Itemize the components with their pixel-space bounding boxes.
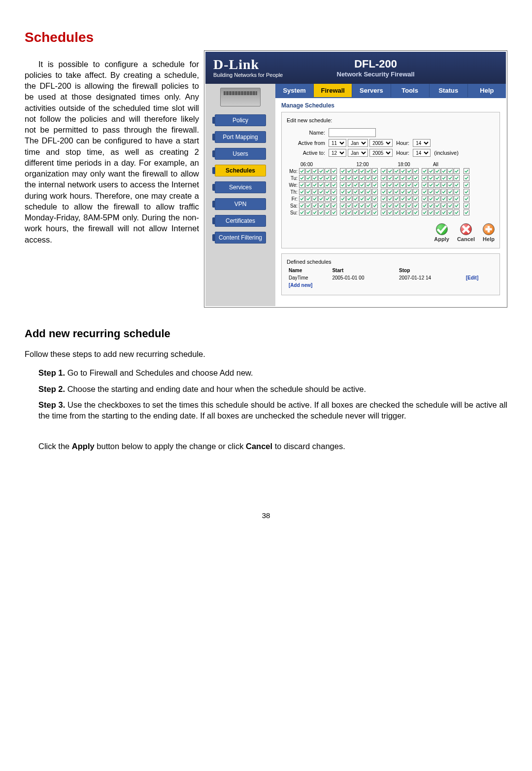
from-hour-select[interactable]: 14 [413,139,431,147]
hour-checkbox[interactable] [359,175,365,181]
hour-checkbox[interactable] [346,210,352,215]
sidebar-item-certificates[interactable]: Certificates [215,215,266,227]
hour-checkbox[interactable] [394,182,399,188]
hour-checkbox[interactable] [312,168,318,174]
hour-checkbox[interactable] [381,203,387,209]
edit-link[interactable]: [Edit] [466,275,479,280]
hour-checkbox[interactable] [325,210,331,215]
hour-checkbox[interactable] [353,182,359,188]
hour-checkbox[interactable] [353,210,359,215]
hour-checkbox[interactable] [387,210,393,215]
hour-checkbox[interactable] [346,168,352,174]
hour-checkbox[interactable] [366,189,371,195]
hour-checkbox[interactable] [318,189,324,195]
hour-checkbox[interactable] [346,189,352,195]
all-day-checkbox[interactable] [464,175,469,181]
hour-checkbox[interactable] [372,203,378,209]
hour-checkbox[interactable] [413,196,419,202]
hour-checkbox[interactable] [346,182,352,188]
hour-checkbox[interactable] [312,203,318,209]
hour-checkbox[interactable] [434,168,440,174]
hour-checkbox[interactable] [406,210,412,215]
hour-checkbox[interactable] [428,168,434,174]
all-day-checkbox[interactable] [464,168,469,174]
hour-checkbox[interactable] [340,196,346,202]
from-month-select[interactable]: Jan [348,139,368,147]
hour-checkbox[interactable] [340,168,346,174]
hour-checkbox[interactable] [372,189,378,195]
hour-checkbox[interactable] [318,196,324,202]
hour-checkbox[interactable] [372,210,378,215]
hour-checkbox[interactable] [441,168,447,174]
hour-checkbox[interactable] [340,182,346,188]
hour-checkbox[interactable] [441,196,447,202]
hour-checkbox[interactable] [331,175,337,181]
hour-checkbox[interactable] [381,210,387,215]
from-day-select[interactable]: 11 [329,139,346,147]
tab-tools[interactable]: Tools [391,84,430,97]
hour-checkbox[interactable] [353,189,359,195]
hour-checkbox[interactable] [340,189,346,195]
hour-checkbox[interactable] [353,175,359,181]
hour-checkbox[interactable] [447,175,453,181]
hour-checkbox[interactable] [447,168,453,174]
hour-checkbox[interactable] [387,168,393,174]
hour-checkbox[interactable] [394,210,399,215]
sidebar-item-users[interactable]: Users [215,148,266,160]
to-day-select[interactable]: 12 [329,149,346,157]
hour-checkbox[interactable] [434,210,440,215]
hour-checkbox[interactable] [434,189,440,195]
hour-checkbox[interactable] [406,168,412,174]
help-button[interactable]: Help [483,223,495,242]
hour-checkbox[interactable] [331,196,337,202]
tab-help[interactable]: Help [468,84,506,97]
all-day-checkbox[interactable] [464,189,469,195]
sidebar-item-policy[interactable]: Policy [215,114,266,126]
hour-checkbox[interactable] [422,175,428,181]
hour-checkbox[interactable] [428,196,434,202]
hour-checkbox[interactable] [422,182,428,188]
hour-checkbox[interactable] [359,168,365,174]
hour-checkbox[interactable] [372,182,378,188]
tab-firewall[interactable]: Firewall [314,84,352,97]
hour-checkbox[interactable] [353,168,359,174]
hour-checkbox[interactable] [434,203,440,209]
hour-checkbox[interactable] [299,175,305,181]
hour-checkbox[interactable] [406,182,412,188]
hour-checkbox[interactable] [394,196,399,202]
hour-checkbox[interactable] [366,175,371,181]
hour-checkbox[interactable] [441,175,447,181]
hour-checkbox[interactable] [325,168,331,174]
hour-checkbox[interactable] [346,203,352,209]
sidebar-item-content-filtering[interactable]: Content Filtering [215,232,266,244]
hour-checkbox[interactable] [366,196,371,202]
hour-checkbox[interactable] [366,210,371,215]
sidebar-item-port-mapping[interactable]: Port Mapping [215,131,266,143]
hour-checkbox[interactable] [454,210,460,215]
hour-checkbox[interactable] [422,168,428,174]
hour-checkbox[interactable] [422,210,428,215]
to-hour-select[interactable]: 14 [413,149,431,157]
hour-checkbox[interactable] [413,182,419,188]
hour-checkbox[interactable] [359,196,365,202]
all-day-checkbox[interactable] [464,196,469,202]
hour-checkbox[interactable] [422,189,428,195]
hour-checkbox[interactable] [454,203,460,209]
sidebar-item-vpn[interactable]: VPN [215,198,266,210]
hour-checkbox[interactable] [454,189,460,195]
hour-checkbox[interactable] [381,189,387,195]
hour-checkbox[interactable] [454,196,460,202]
hour-checkbox[interactable] [372,175,378,181]
hour-checkbox[interactable] [353,196,359,202]
hour-checkbox[interactable] [305,182,311,188]
hour-checkbox[interactable] [381,182,387,188]
hour-checkbox[interactable] [447,189,453,195]
add-new-link[interactable]: [Add new] [289,282,312,288]
hour-checkbox[interactable] [447,196,453,202]
hour-checkbox[interactable] [312,175,318,181]
hour-checkbox[interactable] [447,210,453,215]
hour-checkbox[interactable] [366,182,371,188]
to-month-select[interactable]: Jan [348,149,368,157]
hour-checkbox[interactable] [447,203,453,209]
hour-checkbox[interactable] [331,210,337,215]
